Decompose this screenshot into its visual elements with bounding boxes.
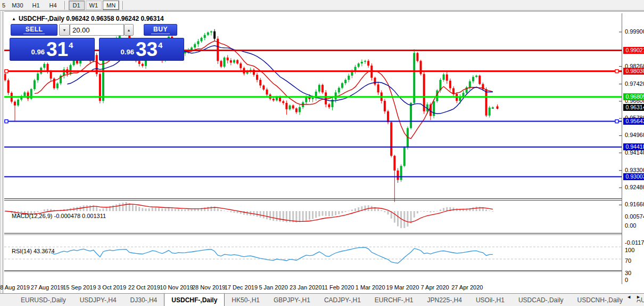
- sell-price-main: 31: [46, 40, 68, 59]
- collapse-triangle-icon[interactable]: ▲: [12, 17, 16, 21]
- macd-axis-label: 0.005744: [625, 213, 644, 220]
- date-label: 23 Jan 2020: [290, 284, 322, 291]
- volume-input[interactable]: [70, 24, 124, 36]
- date-label: 22 Oct 2019: [128, 284, 160, 291]
- chart-title: ▲USDCHF-,Daily 0.96242 0.96358 0.96242 0…: [12, 15, 164, 22]
- date-label: 7 Apr 2020: [420, 284, 449, 291]
- rsi-axis-label: 100: [625, 247, 634, 253]
- rsi-axis-label: 0: [625, 277, 628, 283]
- timeframe-button-MN[interactable]: MN: [103, 1, 119, 10]
- one-click-trading-panel: SELL ▼ ▲ BUY 0.96 31 4 0.96 33: [10, 24, 185, 61]
- chart-tab-gbpjpy-h1[interactable]: GBPJPY-,H1: [267, 294, 317, 306]
- volume-decrease-button[interactable]: ▼: [59, 24, 70, 36]
- timeframe-button-H1[interactable]: H1: [28, 1, 44, 10]
- date-label: 11 Feb 2020: [322, 284, 354, 291]
- tab-scroll-arrows: ◄ ►: [623, 294, 641, 300]
- price-tick-label: 0.94960: [625, 132, 644, 138]
- sell-price-box[interactable]: 0.96 31 4: [10, 38, 95, 61]
- sell-price-pip: 4: [69, 41, 73, 50]
- date-label: 10 Nov 2019: [160, 284, 193, 291]
- timeframe-toolbar: 5M30H1H4D1W1MN: [0, 0, 644, 11]
- timeframe-button-H4[interactable]: H4: [45, 1, 61, 10]
- date-label: 17 Dec 2019: [225, 284, 258, 291]
- window-frame-line: [0, 11, 1, 293]
- price-tick-label: 0.91660: [625, 201, 644, 207]
- price-badge-black: 0.96314: [623, 104, 644, 111]
- price-tick-label: 0.93300: [625, 167, 644, 173]
- buy-price-pip: 4: [158, 41, 162, 50]
- chart-tab-hk50-h1[interactable]: HK50-,H1: [225, 294, 267, 306]
- timeframe-button-D1[interactable]: D1: [69, 1, 85, 10]
- window-splitter[interactable]: [3, 11, 4, 293]
- macd-axis-label: 0.00: [625, 222, 636, 229]
- timeframe-button-W1[interactable]: W1: [86, 1, 102, 10]
- date-label: 5 Jan 2020: [259, 284, 287, 291]
- price-badge-green: 0.96805: [623, 93, 644, 100]
- chart-tab-usdjpy-h4[interactable]: USDJPY-,H4: [73, 294, 123, 306]
- buy-button-label: BUY: [151, 26, 170, 34]
- date-label: 27 Apr 2020: [451, 284, 483, 291]
- rsi-axis-label: 70: [625, 257, 631, 264]
- chart-tab-usoil-h1[interactable]: USOil-,H1: [469, 294, 511, 306]
- price-tick-label: 0.99900: [625, 28, 644, 35]
- rsi-axis-label: 30: [625, 270, 631, 276]
- date-label: 15 Sep 2019: [63, 284, 96, 291]
- price-badge-red: 0.99021: [623, 47, 644, 54]
- chart-window: ▲USDCHF-,Daily 0.96242 0.96358 0.96242 0…: [4, 11, 644, 293]
- hline-handle[interactable]: [615, 70, 618, 73]
- macd-axis-label: -0.011738: [625, 239, 644, 246]
- buy-price-main: 33: [136, 40, 158, 59]
- chart-tab-cadjpy-h1[interactable]: CADJPY-,H1: [317, 294, 368, 306]
- spin-down-icon: ▼: [63, 28, 67, 32]
- chart-tab-dj30-h4[interactable]: DJ30-,H4: [123, 294, 164, 306]
- buy-price-box[interactable]: 0.96 33 4: [99, 38, 184, 61]
- price-badge-blue: 0.94418: [623, 143, 644, 150]
- date-label: 27 Aug 2019: [31, 284, 64, 291]
- chart-tab-usdcad-daily[interactable]: USDCAD-,Daily: [511, 294, 571, 306]
- chart-tab-usdcnh-daily[interactable]: USDCNH-,Daily: [571, 294, 630, 306]
- spin-up-icon: ▲: [127, 28, 131, 32]
- hline-handle[interactable]: [5, 70, 8, 73]
- chart-tab-eurusd-daily[interactable]: EURUSD-,Daily: [14, 294, 73, 306]
- price-badge-red: 0.98030: [623, 68, 644, 75]
- date-label: 3 Oct 2019: [97, 284, 126, 291]
- volume-increase-button[interactable]: ▲: [124, 24, 134, 36]
- chart-tab-bar: EURUSD-,DailyUSDJPY-,H4DJ30-,H4USDCHF-,D…: [0, 293, 644, 306]
- rsi-indicator-label: RSI(14) 43.3674: [12, 248, 55, 254]
- chart-symbol-period: USDCHF-,Daily: [19, 15, 64, 22]
- tab-scroll-left-icon[interactable]: ◄: [626, 294, 631, 300]
- buy-price-prefix: 0.96: [121, 48, 134, 56]
- hline-handle[interactable]: [615, 120, 618, 123]
- trade-panel-top-row: SELL ▼ ▲ BUY: [10, 24, 177, 36]
- chart-tab-usdchf-daily[interactable]: USDCHF-,Daily: [164, 293, 225, 306]
- tab-scroll-right-icon[interactable]: ►: [636, 294, 641, 300]
- price-tick-label: 0.92480: [625, 184, 644, 190]
- price-badge-blue: 0.93003: [623, 173, 644, 180]
- toolbar-separator: [122, 1, 123, 10]
- timeframe-button-M30[interactable]: M30: [8, 1, 27, 10]
- current-bar-marker: [497, 104, 499, 109]
- price-tick-label: 0.97420: [625, 80, 644, 87]
- sell-price-prefix: 0.96: [31, 48, 45, 56]
- sell-button[interactable]: SELL: [11, 24, 57, 36]
- chart-tab-eurchf-h1[interactable]: EURCHF-,H1: [368, 294, 420, 306]
- timeframe-button-5[interactable]: 5: [1, 1, 7, 10]
- sell-button-label: SELL: [23, 26, 45, 34]
- toolbar-separator: [64, 1, 65, 10]
- macd-indicator-label: MACD(12,26,9) -0.000478 0.001311: [12, 213, 106, 219]
- date-label: 8 Aug 2019: [0, 284, 30, 291]
- rsi-indicator: [4, 247, 622, 263]
- buy-button[interactable]: BUY: [144, 24, 177, 36]
- price-axis-border: [622, 13, 622, 284]
- date-label: 28 Nov 2019: [192, 284, 225, 291]
- chart-ohlc-values: 0.96242 0.96358 0.96242 0.96314: [66, 15, 164, 22]
- date-label: 1 Mar 2020: [356, 284, 385, 291]
- hline-handle[interactable]: [5, 120, 8, 123]
- chart-tab-jpn225-h4[interactable]: JPN225-,H4: [420, 294, 469, 306]
- price-badge-blue: 0.95643: [623, 118, 644, 125]
- date-label: 19 Mar 2020: [386, 284, 419, 291]
